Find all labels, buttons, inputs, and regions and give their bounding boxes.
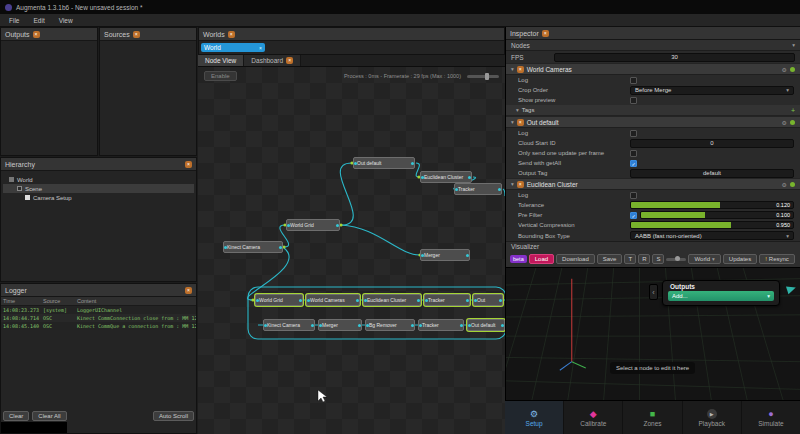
graph-node[interactable]: Euclidean Cluster bbox=[363, 294, 421, 306]
translate-button[interactable]: T bbox=[624, 254, 636, 264]
tab-calibrate[interactable]: ◆ Calibrate bbox=[563, 401, 622, 434]
remove-node-icon[interactable]: × bbox=[517, 66, 524, 73]
chevron-down-icon[interactable]: ▾ bbox=[516, 107, 519, 113]
logger-panel-header[interactable]: Logger × bbox=[1, 284, 196, 297]
log-checkbox[interactable] bbox=[630, 77, 637, 84]
one-update-checkbox[interactable] bbox=[630, 150, 637, 157]
slider-handle[interactable] bbox=[485, 73, 489, 80]
slider-handle[interactable] bbox=[675, 256, 680, 261]
log-row[interactable]: 14:08:45.140 OSC Kinect CommQue a connec… bbox=[1, 322, 196, 330]
resync-button[interactable]: !Resync bbox=[759, 254, 795, 264]
section-out-default[interactable]: ▾ × Out default ⚙ bbox=[506, 116, 800, 128]
tab-playback[interactable]: ▶ Playback bbox=[682, 401, 741, 434]
pre-filter-checkbox[interactable]: ✓ bbox=[630, 212, 637, 219]
world-select[interactable]: World▾ bbox=[688, 254, 720, 264]
nodes-breadcrumb[interactable]: Nodes ▾ bbox=[506, 40, 800, 51]
inspector-header[interactable]: Inspector × bbox=[506, 27, 800, 40]
close-icon[interactable]: × bbox=[286, 57, 293, 64]
graph-node[interactable]: Tracker bbox=[418, 319, 464, 331]
tab-setup[interactable]: ⚙ Setup bbox=[505, 401, 563, 434]
bounding-box-dropdown[interactable]: AABB (fast non-oriented) ▾ bbox=[630, 231, 794, 240]
remove-node-icon[interactable]: × bbox=[517, 119, 524, 126]
tags-subsection[interactable]: ▾ Tags + bbox=[506, 105, 800, 116]
tab-simulate[interactable]: ● Simulate bbox=[741, 401, 800, 434]
sources-panel-header[interactable]: Sources × bbox=[100, 28, 196, 41]
graph-node[interactable]: Out default bbox=[353, 157, 415, 169]
log-row[interactable]: 14:08:23.273 [system] LoggerUIChannel bbox=[1, 306, 196, 314]
node-graph-canvas[interactable]: Enable Process : 0ms - Framerate : 29 fp… bbox=[198, 67, 505, 434]
framerate-slider[interactable] bbox=[467, 75, 499, 78]
pre-filter-slider[interactable]: 0.100 bbox=[640, 211, 794, 219]
outputs-panel-header[interactable]: Outputs × bbox=[1, 28, 97, 41]
remove-world-icon[interactable]: × bbox=[259, 45, 262, 51]
crop-order-dropdown[interactable]: Before Merge ▾ bbox=[630, 86, 794, 95]
visualizer-viewport[interactable]: ‹ Outputs Add... ▾ Select a node to edit… bbox=[506, 267, 800, 400]
download-button[interactable]: Download bbox=[556, 254, 595, 264]
enabled-led[interactable] bbox=[790, 120, 795, 125]
tab-node-view[interactable]: Node View bbox=[198, 55, 244, 66]
world-item[interactable]: World × bbox=[201, 43, 265, 52]
show-preview-checkbox[interactable] bbox=[630, 97, 637, 104]
col-time[interactable]: Time bbox=[1, 298, 41, 304]
log-row[interactable]: 14:08:44.714 OSC Kinect CommConnection c… bbox=[1, 314, 196, 322]
clear-all-button[interactable]: Clear All bbox=[32, 411, 66, 421]
tab-dashboard[interactable]: Dashboard × bbox=[244, 55, 301, 66]
tree-item-scene[interactable]: Scene bbox=[3, 184, 194, 193]
log-checkbox[interactable] bbox=[630, 130, 637, 137]
gear-icon[interactable]: ⚙ bbox=[782, 181, 787, 188]
fps-field[interactable]: 30 bbox=[554, 53, 795, 62]
graph-node[interactable]: Kinect Camera bbox=[263, 319, 315, 331]
close-icon[interactable]: × bbox=[185, 287, 192, 294]
graph-node[interactable]: Out default bbox=[467, 319, 505, 331]
graph-node[interactable]: Merger bbox=[420, 249, 470, 261]
tolerance-slider[interactable]: 0.120 bbox=[630, 201, 794, 209]
hierarchy-panel-header[interactable]: Hierarchy × bbox=[1, 158, 196, 171]
gear-icon[interactable]: ⚙ bbox=[782, 119, 787, 126]
graph-node[interactable]: World Grid bbox=[255, 294, 303, 306]
save-button[interactable]: Save bbox=[597, 254, 623, 264]
collapse-chevron[interactable]: ‹ bbox=[649, 284, 658, 300]
updates-button[interactable]: Updates bbox=[723, 254, 757, 264]
chevron-down-icon[interactable]: ▾ bbox=[511, 181, 514, 187]
clear-button[interactable]: Clear bbox=[3, 411, 29, 421]
gear-icon[interactable]: ⚙ bbox=[782, 66, 787, 73]
graph-node[interactable]: World Grid bbox=[286, 219, 340, 231]
menu-edit[interactable]: Edit bbox=[27, 16, 50, 25]
chevron-down-icon[interactable]: ▾ bbox=[511, 66, 514, 72]
menu-file[interactable]: File bbox=[3, 16, 25, 25]
viz-zoom-slider[interactable] bbox=[666, 258, 686, 261]
tab-zones[interactable]: ■ Zones bbox=[622, 401, 681, 434]
graph-node[interactable]: Euclidean Cluster bbox=[420, 171, 472, 183]
close-icon[interactable]: × bbox=[228, 31, 235, 38]
tree-item-camera-setup[interactable]: Camera Setup bbox=[3, 193, 194, 202]
enable-button[interactable]: Enable bbox=[204, 71, 237, 81]
close-icon[interactable]: × bbox=[133, 31, 140, 38]
section-world-cameras[interactable]: ▾ × World Cameras ⚙ bbox=[506, 63, 800, 75]
col-content[interactable]: Content bbox=[75, 298, 196, 304]
chevron-down-icon[interactable]: ▾ bbox=[511, 119, 514, 125]
vertical-compression-slider[interactable]: 0.950 bbox=[630, 221, 794, 229]
close-icon[interactable]: × bbox=[185, 161, 192, 168]
graph-node[interactable]: Kinect Camera bbox=[223, 241, 283, 253]
graph-node[interactable]: Merger bbox=[318, 319, 362, 331]
graph-node[interactable]: World Cameras bbox=[306, 294, 360, 306]
graph-node[interactable]: Bg Remover bbox=[365, 319, 415, 331]
close-icon[interactable]: × bbox=[33, 31, 40, 38]
add-tag-icon[interactable]: + bbox=[791, 107, 795, 114]
worlds-panel-header[interactable]: Worlds × bbox=[199, 28, 504, 41]
cloud-start-id-field[interactable]: 0 bbox=[630, 139, 794, 148]
load-button[interactable]: Load bbox=[529, 254, 554, 264]
rotate-button[interactable]: R bbox=[638, 254, 650, 264]
close-icon[interactable]: × bbox=[542, 30, 549, 37]
add-output-dropdown[interactable]: Add... ▾ bbox=[668, 291, 774, 301]
output-tag-field[interactable]: default bbox=[630, 169, 794, 178]
graph-node[interactable]: Out bbox=[473, 294, 503, 306]
graph-node[interactable]: Tracker bbox=[424, 294, 470, 306]
send-getall-checkbox[interactable]: ✓ bbox=[630, 160, 637, 167]
auto-scroll-button[interactable]: Auto Scroll bbox=[153, 411, 194, 421]
tree-item-world[interactable]: World bbox=[3, 175, 194, 184]
enabled-led[interactable] bbox=[790, 182, 795, 187]
enabled-led[interactable] bbox=[790, 67, 795, 72]
menu-view[interactable]: View bbox=[53, 16, 79, 25]
remove-node-icon[interactable]: × bbox=[517, 181, 524, 188]
